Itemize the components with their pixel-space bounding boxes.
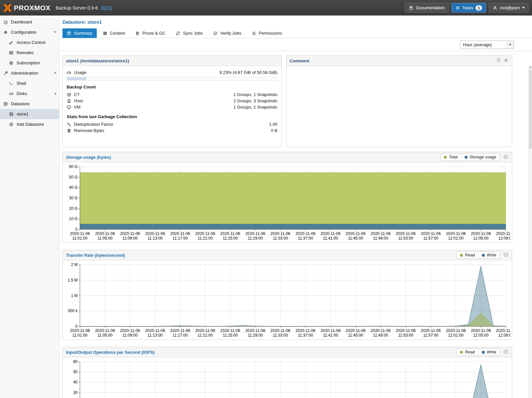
chart-title: Transfer Rate (bytes/second) bbox=[66, 253, 125, 258]
chart-title: Storage usage (bytes) bbox=[66, 155, 111, 160]
sidebar-item-remotes[interactable]: Remotes bbox=[0, 48, 59, 58]
key-icon bbox=[9, 40, 14, 45]
storage-usage-chart: 2020-11-0611:01:002020-11-0611:05:002020… bbox=[64, 164, 511, 242]
usage-progress-bar bbox=[67, 77, 277, 81]
trash-icon bbox=[135, 31, 140, 36]
tab-content[interactable]: Content bbox=[98, 28, 129, 38]
user-menu-button[interactable]: root@pam bbox=[489, 3, 529, 13]
usage-row: Usage 9.23% (4.67 GiB of 50.56 GiB) bbox=[67, 69, 277, 76]
legend-dot bbox=[460, 351, 463, 354]
database-icon bbox=[9, 112, 14, 116]
sidebar-item-configuration[interactable]: Configuration bbox=[0, 27, 59, 37]
store-panel-title: store1 (/mnt/datastores/store1) bbox=[66, 58, 129, 63]
grid-icon bbox=[103, 31, 107, 36]
gauge-icon bbox=[3, 20, 8, 24]
gear-icon[interactable] bbox=[504, 58, 509, 64]
sidebar-item-administration[interactable]: Administration bbox=[0, 68, 59, 78]
legend-item-write[interactable]: Write bbox=[478, 252, 500, 258]
time-range-value: Hour (average) bbox=[463, 42, 492, 47]
svg-text:2020-11-0611:17:00: 2020-11-0611:17:00 bbox=[170, 328, 190, 338]
legend-item-total[interactable]: Total bbox=[441, 154, 461, 160]
svg-text:2020-11-0611:09:00: 2020-11-0611:09:00 bbox=[120, 328, 140, 338]
server-icon bbox=[9, 50, 14, 55]
iops-chart: 2020-11-0611:01:002020-11-0611:05:002020… bbox=[64, 359, 511, 398]
svg-text:2020-11-0611:01:00: 2020-11-0611:01:00 bbox=[70, 231, 90, 241]
scrollbar-thumb[interactable] bbox=[529, 70, 532, 149]
proxmox-logo: PROXMOX bbox=[3, 4, 51, 12]
chevron-down-icon bbox=[507, 41, 514, 49]
expander-caret-icon[interactable] bbox=[55, 92, 56, 95]
svg-text:2020-11-0611:21:00: 2020-11-0611:21:00 bbox=[195, 328, 215, 338]
tab-permissions[interactable]: Permissions bbox=[247, 28, 287, 38]
gc-stats-heading: Stats from last Garbage Collection bbox=[67, 114, 277, 119]
chart-legend: Read Write bbox=[456, 348, 500, 356]
content-scroll-area: store1 (/mnt/datastores/store1) Usage 9.… bbox=[59, 51, 532, 398]
documentation-label: Documentation bbox=[416, 5, 444, 10]
usage-progress-fill bbox=[67, 77, 87, 80]
sidebar-item-access-control[interactable]: Access Control bbox=[0, 37, 59, 48]
svg-text:2020-11-0611:49:00: 2020-11-0611:49:00 bbox=[371, 328, 391, 338]
sidebar-item-dashboard[interactable]: Dashboard bbox=[0, 17, 59, 27]
tab-summary[interactable]: Summary bbox=[62, 28, 97, 38]
svg-text:40 G: 40 G bbox=[69, 185, 78, 190]
legend-dot bbox=[482, 254, 485, 257]
comment-body[interactable] bbox=[286, 66, 512, 147]
sidebar-item-disks[interactable]: Disks bbox=[0, 88, 59, 99]
tasks-button[interactable]: Tasks 1 bbox=[451, 3, 486, 13]
beta-link[interactable]: BETA bbox=[101, 5, 112, 10]
legend-dot bbox=[482, 351, 485, 354]
datastore-summary-panel: store1 (/mnt/datastores/store1) Usage 9.… bbox=[62, 55, 282, 147]
legend-dot bbox=[460, 254, 463, 257]
book-icon bbox=[67, 31, 71, 36]
tab-prune-gc[interactable]: Prune & GC bbox=[131, 28, 170, 38]
circle-minus-icon[interactable] bbox=[503, 252, 509, 258]
sidebar-item-subscription[interactable]: Subscription bbox=[0, 58, 59, 68]
tab-sync-jobs[interactable]: Sync Jobs bbox=[171, 28, 207, 38]
vertical-scrollbar[interactable] bbox=[528, 65, 532, 398]
svg-text:2020-11-0611:45:00: 2020-11-0611:45:00 bbox=[345, 231, 366, 241]
terminal-icon bbox=[9, 81, 14, 86]
svg-text:2020-11-0611:09:00: 2020-11-0611:09:00 bbox=[120, 231, 140, 241]
sidebar-item-datastore[interactable]: Datastore bbox=[0, 99, 59, 109]
chart-legend: Total Storage usage bbox=[440, 153, 500, 161]
hdd-icon bbox=[67, 70, 71, 75]
sidebar-item-add-datastore[interactable]: Add Datastore bbox=[0, 119, 59, 129]
svg-text:50: 50 bbox=[73, 370, 78, 374]
svg-text:10 G: 10 G bbox=[69, 216, 78, 221]
trash-icon bbox=[67, 128, 71, 133]
sidebar-item-store1[interactable]: store1 bbox=[0, 109, 59, 119]
svg-text:0: 0 bbox=[75, 324, 78, 329]
expander-caret-icon[interactable] bbox=[54, 72, 56, 74]
expander-caret-icon[interactable] bbox=[54, 31, 56, 33]
legend-item-read[interactable]: Read bbox=[457, 252, 478, 258]
svg-text:2020-11-0611:53:00: 2020-11-0611:53:00 bbox=[396, 328, 416, 338]
svg-text:2020-11-0612:01:00: 2020-11-0612:01:00 bbox=[446, 231, 466, 241]
documentation-button[interactable]: Documentation bbox=[405, 3, 448, 13]
legend-item-write[interactable]: Write bbox=[478, 349, 500, 355]
tab-verify-jobs[interactable]: Verify Jobs bbox=[209, 28, 246, 38]
legend-item-read[interactable]: Read bbox=[457, 349, 478, 355]
usage-value: 9.23% (4.67 GiB of 50.56 GiB) bbox=[219, 70, 277, 75]
compress-icon bbox=[67, 122, 71, 127]
backup-count-row-ct: CT 1 Groups, 1 Snapshots bbox=[67, 91, 277, 98]
scroll-up-arrow-icon[interactable] bbox=[529, 65, 532, 69]
tasks-label: Tasks bbox=[462, 5, 473, 10]
svg-text:2020-11-0612:05:00: 2020-11-0612:05:00 bbox=[471, 231, 491, 241]
header-bar: PROXMOX Backup Server 0.9-6 BETA Documen… bbox=[0, 0, 532, 16]
svg-text:2020-11-0611:53:00: 2020-11-0611:53:00 bbox=[396, 231, 416, 241]
sidebar-item-shell[interactable]: Shell bbox=[0, 78, 59, 88]
circle-minus-icon[interactable] bbox=[503, 154, 509, 160]
svg-text:2020-11-0611:37:00: 2020-11-0611:37:00 bbox=[296, 231, 316, 241]
svg-text:2020-11-0611:49:00: 2020-11-0611:49:00 bbox=[371, 231, 391, 241]
reload-icon[interactable] bbox=[496, 58, 501, 64]
svg-text:2020-11-0612:01:00: 2020-11-0612:01:00 bbox=[446, 328, 466, 338]
app-window: PROXMOX Backup Server 0.9-6 BETA Documen… bbox=[0, 0, 532, 398]
svg-text:1 M: 1 M bbox=[71, 293, 78, 298]
circle-minus-icon[interactable] bbox=[503, 349, 509, 355]
time-range-select[interactable]: Hour (average) bbox=[460, 41, 514, 49]
comment-panel: Comment bbox=[286, 55, 512, 147]
svg-text:2020-11-0611:05:00: 2020-11-0611:05:00 bbox=[95, 328, 115, 338]
wrench-icon bbox=[3, 71, 8, 76]
usage-label: Usage bbox=[74, 70, 87, 75]
legend-item-storage-usage[interactable]: Storage usage bbox=[461, 154, 500, 160]
